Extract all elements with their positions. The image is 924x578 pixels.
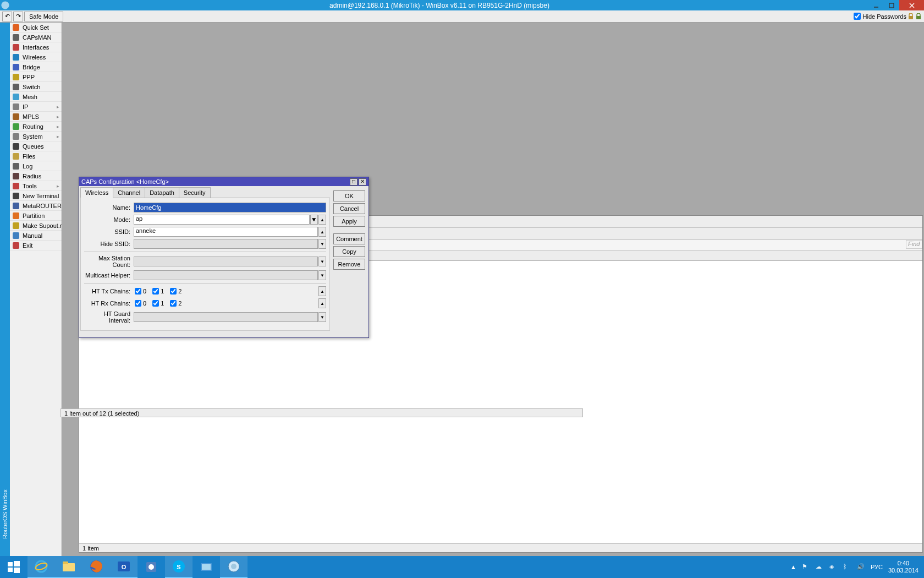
- hide-ssid-input[interactable]: [134, 239, 318, 249]
- network-icon[interactable]: ◈: [829, 563, 838, 571]
- clock[interactable]: 0:40 30.03.2014: [888, 560, 919, 574]
- menu-icon: [12, 242, 20, 249]
- sidebar-item-label: CAPsMAN: [23, 34, 52, 41]
- cloud-icon[interactable]: ☁: [816, 563, 824, 571]
- apply-button[interactable]: Apply: [333, 216, 365, 227]
- menu-icon: [12, 162, 20, 170]
- multicast-input[interactable]: [134, 270, 318, 280]
- sidebar-item-system[interactable]: System▸: [10, 132, 62, 141]
- ht-rx-0-checkbox[interactable]: [135, 300, 141, 307]
- ht-tx-1-checkbox[interactable]: [152, 288, 159, 295]
- find-input[interactable]: Find: [906, 240, 922, 249]
- menu-icon: [12, 43, 20, 51]
- comment-button[interactable]: Comment: [333, 233, 365, 244]
- ht-tx-collapse-icon[interactable]: ▲: [318, 286, 326, 296]
- side-strip: RouterOS WinBox: [0, 23, 10, 556]
- tab-security[interactable]: Security: [179, 187, 211, 198]
- name-input[interactable]: HomeCfg: [134, 203, 326, 212]
- taskbar-ie[interactable]: [28, 556, 55, 578]
- copy-button[interactable]: Copy: [333, 246, 365, 257]
- sidebar-item-bridge[interactable]: Bridge: [10, 62, 62, 72]
- tab-datapath[interactable]: Datapath: [145, 187, 179, 198]
- sidebar-item-mpls[interactable]: MPLS▸: [10, 112, 62, 122]
- tray-expand-icon[interactable]: ▲: [790, 564, 796, 570]
- sidebar-item-files[interactable]: Files: [10, 151, 62, 161]
- ht-guard-expand-icon[interactable]: ▼: [318, 312, 326, 322]
- bt-icon[interactable]: ᛒ: [843, 563, 851, 571]
- flag-icon[interactable]: ⚑: [802, 563, 810, 571]
- taskbar-outlook[interactable]: O: [110, 556, 138, 578]
- max-station-input[interactable]: [134, 257, 318, 266]
- redo-button[interactable]: ↷: [13, 12, 23, 21]
- start-button[interactable]: [0, 556, 28, 578]
- sidebar-item-switch[interactable]: Switch: [10, 82, 62, 92]
- ssid-collapse-icon[interactable]: ▲: [318, 227, 326, 237]
- menu-icon: [12, 123, 20, 130]
- cancel-button[interactable]: Cancel: [333, 203, 365, 214]
- taskbar-app-7[interactable]: [193, 556, 220, 578]
- ht-guard-input[interactable]: [134, 312, 318, 322]
- sidebar-item-mesh[interactable]: Mesh: [10, 92, 62, 102]
- language-indicator[interactable]: РУС: [871, 564, 883, 570]
- mode-collapse-icon[interactable]: ▲: [318, 215, 326, 225]
- multicast-expand-icon[interactable]: ▼: [318, 270, 326, 280]
- dialog-restore-button[interactable]: □: [350, 178, 358, 186]
- undo-button[interactable]: ↶: [2, 12, 12, 21]
- sidebar-item-metarouter[interactable]: MetaROUTER: [10, 201, 62, 211]
- ht-rx-2-checkbox[interactable]: [170, 300, 177, 307]
- tab-wireless[interactable]: Wireless: [80, 187, 113, 198]
- remove-button[interactable]: Remove: [333, 259, 365, 270]
- sidebar-item-interfaces[interactable]: Interfaces: [10, 42, 62, 52]
- sidebar-item-radius[interactable]: Radius: [10, 171, 62, 181]
- maximize-button[interactable]: [884, 0, 899, 10]
- mode-dropdown-icon[interactable]: ⯆: [310, 215, 318, 225]
- sidebar-item-routing[interactable]: Routing▸: [10, 122, 62, 132]
- sidebar-item-tools[interactable]: Tools▸: [10, 181, 62, 191]
- sidebar-item-label: Quick Set: [23, 24, 49, 31]
- menu-icon: [12, 192, 20, 200]
- sidebar-item-ppp[interactable]: PPP: [10, 72, 62, 82]
- sidebar-item-manual[interactable]: Manual: [10, 231, 62, 241]
- svg-rect-12: [13, 74, 19, 80]
- tab-channel[interactable]: Channel: [113, 187, 145, 198]
- volume-icon[interactable]: 🔊: [857, 563, 865, 571]
- sidebar-item-capsman[interactable]: CAPsMAN: [10, 32, 62, 42]
- dialog-close-button[interactable]: ✕: [359, 178, 366, 186]
- ssid-input[interactable]: anneke: [134, 227, 318, 237]
- taskbar-winbox[interactable]: [220, 556, 248, 578]
- ht-rx-1-checkbox[interactable]: [152, 300, 159, 307]
- taskbar-explorer[interactable]: [55, 556, 82, 578]
- ok-button[interactable]: OK: [333, 190, 365, 201]
- minimize-button[interactable]: [868, 0, 884, 10]
- taskbar-skype[interactable]: S: [165, 556, 193, 578]
- sidebar-item-label: Tools: [23, 183, 37, 189]
- mode-select[interactable]: ap: [134, 215, 310, 225]
- sidebar-item-queues[interactable]: Queues: [10, 141, 62, 151]
- sidebar-item-label: System: [23, 133, 43, 140]
- taskbar-firefox[interactable]: [82, 556, 110, 578]
- sidebar-item-exit[interactable]: Exit: [10, 241, 62, 250]
- hide-passwords-toggle[interactable]: Hide Passwords: [854, 13, 906, 20]
- hide-ssid-expand-icon[interactable]: ▼: [318, 239, 326, 249]
- ht-rx-collapse-icon[interactable]: ▲: [318, 298, 326, 308]
- sidebar-item-make-supout.rif[interactable]: Make Supout.rif: [10, 221, 62, 231]
- sidebar-item-log[interactable]: Log: [10, 161, 62, 171]
- ht-tx-2-checkbox[interactable]: [170, 288, 177, 295]
- svg-rect-36: [63, 563, 75, 571]
- svg-rect-16: [13, 113, 19, 120]
- ht-tx-0-checkbox[interactable]: [135, 288, 141, 295]
- menu-icon: [12, 93, 20, 101]
- dialog-titlebar[interactable]: CAPs Configuration <HomeCfg> □ ✕: [79, 177, 369, 186]
- sidebar-item-new-terminal[interactable]: New Terminal: [10, 191, 62, 201]
- close-button[interactable]: [899, 0, 924, 10]
- safe-mode-button[interactable]: Safe Mode: [24, 12, 63, 21]
- sidebar-item-quick-set[interactable]: Quick Set: [10, 23, 62, 32]
- sidebar-item-partition[interactable]: Partition: [10, 211, 62, 221]
- sidebar-item-wireless[interactable]: Wireless: [10, 52, 62, 62]
- svg-rect-33: [14, 568, 20, 573]
- hide-passwords-checkbox[interactable]: [854, 13, 861, 20]
- taskbar-app-5[interactable]: [138, 556, 165, 578]
- sidebar-item-ip[interactable]: IP▸: [10, 102, 62, 112]
- max-station-expand-icon[interactable]: ▼: [318, 257, 326, 266]
- svg-rect-19: [13, 143, 19, 150]
